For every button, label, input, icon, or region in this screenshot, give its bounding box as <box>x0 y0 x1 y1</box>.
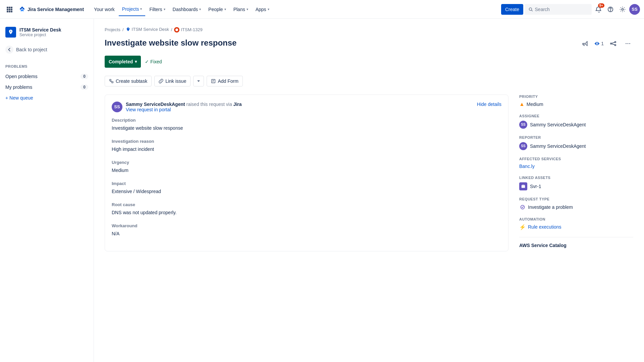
investigation-reason-section: Investigation reason High impact inciden… <box>112 139 501 152</box>
create-button[interactable]: Create <box>501 4 523 15</box>
description-value: Investigate website slow response <box>112 125 501 131</box>
back-label: Back to project <box>16 47 47 52</box>
svg-point-12 <box>610 10 610 11</box>
nav-item-people[interactable]: People ▾ <box>205 3 229 16</box>
assignee-name: Sammy ServiceDeskAgent <box>530 122 586 127</box>
subtask-icon <box>109 79 114 83</box>
automation-value: ⚡ Rule executions <box>519 224 633 230</box>
priority-label: Priority <box>519 95 633 99</box>
dashboards-chevron-icon: ▾ <box>199 7 201 11</box>
create-subtask-button[interactable]: Create subtask <box>105 76 152 86</box>
completed-chevron-icon: ▾ <box>135 59 137 64</box>
svg-rect-6 <box>7 11 8 12</box>
logo-text: Jira Service Management <box>28 7 84 12</box>
apps-chevron-icon: ▾ <box>268 7 269 11</box>
more-actions-button[interactable] <box>623 38 633 49</box>
impact-value: Extensive / Widespread <box>112 189 501 194</box>
fixed-status: ✓ Fixed <box>145 59 162 64</box>
view-portal-link[interactable]: View request in portal <box>126 107 171 112</box>
sidebar-item-my-problems[interactable]: My problems 0 <box>0 82 94 93</box>
sidebar-project: ITSM Service Desk Service project <box>0 24 94 43</box>
back-to-project[interactable]: Back to project <box>0 43 94 56</box>
reporter-label: Reporter <box>519 135 633 139</box>
issue-type-icon <box>174 27 179 33</box>
nav-item-plans[interactable]: Plans ▾ <box>230 3 252 16</box>
reporter-avatar: SS <box>519 142 527 150</box>
help-button[interactable] <box>605 4 616 15</box>
svg-line-18 <box>612 42 615 43</box>
hide-details-link[interactable]: Hide details <box>477 102 501 107</box>
add-form-button[interactable]: Add Form <box>207 76 243 86</box>
priority-field: Priority ▲ Medium <box>519 95 633 107</box>
nav-item-your-work[interactable]: Your work <box>91 3 118 16</box>
plans-chevron-icon: ▾ <box>247 7 248 11</box>
workaround-label: Workaround <box>112 223 501 228</box>
assignee-field: Assignee SS Sammy ServiceDeskAgent <box>519 114 633 129</box>
priority-icon: ▲ <box>519 101 525 107</box>
linked-assets-field: LINKED ASSETS Svr-1 <box>519 176 633 190</box>
workaround-section: Workaround N/A <box>112 223 501 236</box>
nav-logo[interactable]: Jira Service Management <box>16 6 87 13</box>
nav-item-apps[interactable]: Apps ▾ <box>252 3 273 16</box>
linked-assets-row: Svr-1 <box>519 182 633 190</box>
svg-point-9 <box>529 8 532 10</box>
notifications-button[interactable]: 9+ <box>593 4 604 15</box>
assignee-label: Assignee <box>519 114 633 118</box>
svg-rect-2 <box>11 7 12 8</box>
share-button[interactable] <box>608 38 619 49</box>
form-icon <box>211 79 216 83</box>
sidebar-item-open-problems[interactable]: Open problems 0 <box>0 71 94 82</box>
svg-line-10 <box>532 10 533 11</box>
my-problems-count: 0 <box>80 84 88 90</box>
project-type: Service project <box>19 33 61 37</box>
impact-label: Impact <box>112 181 501 186</box>
breadcrumb-project[interactable]: ITSM Service Desk <box>126 27 169 33</box>
automation-icon: ⚡ <box>519 224 526 230</box>
new-queue-button[interactable]: + New queue <box>0 93 94 103</box>
search-input[interactable] <box>535 7 588 12</box>
affected-services-link[interactable]: Banc.ly <box>519 164 535 169</box>
urgency-value: Medium <box>112 168 501 173</box>
activity-action-text: raised this request via <box>186 102 233 107</box>
sidebar-section-problems: Problems <box>0 59 94 71</box>
svg-point-17 <box>615 44 616 46</box>
watch-button[interactable]: 1 <box>594 41 604 46</box>
nav-item-projects[interactable]: Projects ▾ <box>119 3 146 16</box>
automation-link[interactable]: Rule executions <box>528 224 561 230</box>
root-cause-label: Root cause <box>112 202 501 207</box>
investigation-reason-label: Investigation reason <box>112 139 501 144</box>
affected-services-label: Affected services <box>519 157 633 161</box>
toolbar-dropdown-button[interactable] <box>193 76 204 86</box>
affected-services-field: Affected services Banc.ly <box>519 157 633 169</box>
completed-button[interactable]: Completed ▾ <box>105 56 141 68</box>
root-cause-value: DNS was not updated properly. <box>112 210 501 215</box>
activity-header: SS Sammy ServiceDeskAgent raised this re… <box>112 102 501 112</box>
workaround-value: N/A <box>112 231 501 236</box>
projects-chevron-icon: ▾ <box>140 7 142 11</box>
svg-rect-3 <box>7 9 8 10</box>
request-type-icon <box>519 204 526 210</box>
svg-rect-28 <box>522 185 525 188</box>
activity-user: SS Sammy ServiceDeskAgent raised this re… <box>112 102 242 112</box>
breadcrumb-projects[interactable]: Projects <box>105 27 120 32</box>
filters-chevron-icon: ▾ <box>164 7 165 11</box>
user-avatar[interactable]: SS <box>629 4 640 15</box>
activity-user-name: Sammy ServiceDeskAgent <box>126 102 185 107</box>
search-box[interactable] <box>525 4 592 15</box>
link-issue-button[interactable]: Link issue <box>154 76 191 86</box>
svg-rect-24 <box>112 81 113 82</box>
settings-button[interactable] <box>617 4 628 15</box>
impact-section: Impact Extensive / Widespread <box>112 181 501 194</box>
announcement-button[interactable] <box>580 38 590 49</box>
svg-point-15 <box>615 41 616 43</box>
nav-item-dashboards[interactable]: Dashboards ▾ <box>169 3 205 16</box>
nav-items: Your work Projects ▾ Filters ▾ Dashboard… <box>91 3 273 16</box>
breadcrumb-issue: ITSM-1329 <box>174 27 202 33</box>
reporter-row: SS Sammy ServiceDeskAgent <box>519 142 633 150</box>
issue-body: SS Sammy ServiceDeskAgent raised this re… <box>105 95 508 257</box>
request-type-field: Request Type Investigate a problem <box>519 197 633 210</box>
grid-icon[interactable] <box>4 4 15 15</box>
nav-item-filters[interactable]: Filters ▾ <box>146 3 168 16</box>
notification-badge: 9+ <box>598 3 604 8</box>
sidebar: ITSM Service Desk Service project Back t… <box>0 19 94 362</box>
